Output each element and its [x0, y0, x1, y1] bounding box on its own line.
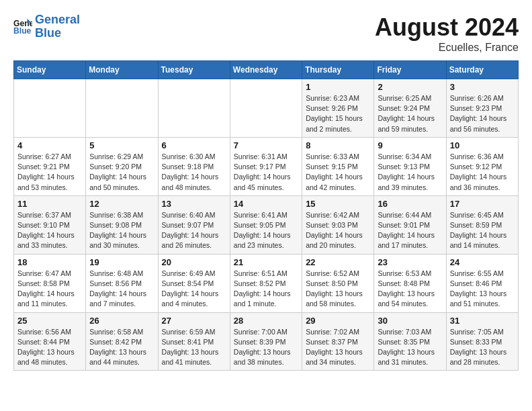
day-cell: 15Sunrise: 6:42 AMSunset: 9:03 PMDayligh… [302, 195, 374, 254]
day-cell: 24Sunrise: 6:55 AMSunset: 8:46 PMDayligh… [446, 254, 518, 312]
header-saturday: Saturday [446, 61, 518, 79]
day-cell: 3Sunrise: 6:26 AMSunset: 9:23 PMDaylight… [446, 79, 518, 138]
day-cell: 12Sunrise: 6:38 AMSunset: 9:08 PMDayligh… [86, 195, 158, 254]
header-tuesday: Tuesday [158, 61, 230, 79]
day-number: 31 [450, 316, 515, 326]
day-detail: Sunrise: 6:59 AMSunset: 8:41 PMDaylight:… [162, 327, 226, 368]
day-number: 9 [378, 140, 442, 150]
day-number: 23 [378, 257, 442, 267]
day-cell: 4Sunrise: 6:27 AMSunset: 9:21 PMDaylight… [14, 137, 86, 195]
week-row-4: 18Sunrise: 6:47 AMSunset: 8:58 PMDayligh… [14, 254, 519, 312]
day-number: 28 [234, 316, 298, 326]
calendar-header-row: SundayMondayTuesdayWednesdayThursdayFrid… [14, 61, 519, 79]
header-monday: Monday [86, 61, 158, 79]
day-cell: 8Sunrise: 6:33 AMSunset: 9:15 PMDaylight… [302, 137, 374, 195]
day-number: 15 [306, 199, 370, 209]
day-cell: 5Sunrise: 6:29 AMSunset: 9:20 PMDaylight… [86, 137, 158, 195]
day-cell: 29Sunrise: 7:02 AMSunset: 8:37 PMDayligh… [302, 312, 374, 371]
header-sunday: Sunday [14, 61, 86, 79]
day-number: 3 [450, 82, 515, 92]
page-header: General Blue GeneralBlue August 2024 Ecu… [13, 13, 519, 54]
day-detail: Sunrise: 6:58 AMSunset: 8:42 PMDaylight:… [89, 327, 154, 368]
day-detail: Sunrise: 6:45 AMSunset: 8:59 PMDaylight:… [450, 210, 515, 251]
day-cell [158, 79, 230, 138]
day-detail: Sunrise: 6:40 AMSunset: 9:07 PMDaylight:… [162, 210, 226, 251]
day-cell: 17Sunrise: 6:45 AMSunset: 8:59 PMDayligh… [446, 195, 518, 254]
page-subtitle: Ecuelles, France [375, 42, 519, 54]
day-detail: Sunrise: 6:38 AMSunset: 9:08 PMDaylight:… [89, 210, 154, 251]
day-detail: Sunrise: 6:48 AMSunset: 8:56 PMDaylight:… [89, 269, 154, 310]
day-number: 11 [17, 199, 82, 209]
day-detail: Sunrise: 7:00 AMSunset: 8:39 PMDaylight:… [234, 327, 298, 368]
day-cell: 16Sunrise: 6:44 AMSunset: 9:01 PMDayligh… [374, 195, 446, 254]
title-block: August 2024 Ecuelles, France [375, 13, 519, 54]
day-detail: Sunrise: 6:29 AMSunset: 9:20 PMDaylight:… [89, 152, 154, 193]
day-detail: Sunrise: 6:56 AMSunset: 8:44 PMDaylight:… [17, 327, 82, 368]
day-cell: 27Sunrise: 6:59 AMSunset: 8:41 PMDayligh… [158, 312, 230, 371]
day-number: 1 [306, 82, 370, 92]
day-number: 18 [17, 257, 82, 267]
header-thursday: Thursday [302, 61, 374, 79]
day-number: 24 [450, 257, 515, 267]
day-number: 21 [234, 257, 298, 267]
day-cell: 13Sunrise: 6:40 AMSunset: 9:07 PMDayligh… [158, 195, 230, 254]
day-detail: Sunrise: 6:42 AMSunset: 9:03 PMDaylight:… [306, 210, 370, 251]
day-detail: Sunrise: 6:27 AMSunset: 9:21 PMDaylight:… [17, 152, 82, 193]
day-cell: 30Sunrise: 7:03 AMSunset: 8:35 PMDayligh… [374, 312, 446, 371]
logo-icon: General Blue [13, 17, 32, 36]
day-detail: Sunrise: 6:34 AMSunset: 9:13 PMDaylight:… [378, 152, 442, 193]
day-detail: Sunrise: 6:44 AMSunset: 9:01 PMDaylight:… [378, 210, 442, 251]
day-number: 16 [378, 199, 442, 209]
day-cell: 11Sunrise: 6:37 AMSunset: 9:10 PMDayligh… [14, 195, 86, 254]
logo: General Blue GeneralBlue [13, 13, 80, 40]
week-row-2: 4Sunrise: 6:27 AMSunset: 9:21 PMDaylight… [14, 137, 519, 195]
header-friday: Friday [374, 61, 446, 79]
day-number: 20 [162, 257, 226, 267]
day-detail: Sunrise: 6:49 AMSunset: 8:54 PMDaylight:… [162, 269, 226, 310]
day-detail: Sunrise: 6:36 AMSunset: 9:12 PMDaylight:… [450, 152, 515, 193]
day-cell: 18Sunrise: 6:47 AMSunset: 8:58 PMDayligh… [14, 254, 86, 312]
day-number: 14 [234, 199, 298, 209]
day-detail: Sunrise: 6:47 AMSunset: 8:58 PMDaylight:… [17, 269, 82, 310]
day-detail: Sunrise: 6:25 AMSunset: 9:24 PMDaylight:… [378, 93, 442, 134]
day-number: 6 [162, 140, 226, 150]
day-cell: 1Sunrise: 6:23 AMSunset: 9:26 PMDaylight… [302, 79, 374, 138]
day-detail: Sunrise: 7:05 AMSunset: 8:33 PMDaylight:… [450, 327, 515, 368]
day-number: 29 [306, 316, 370, 326]
day-cell: 21Sunrise: 6:51 AMSunset: 8:52 PMDayligh… [230, 254, 302, 312]
week-row-5: 25Sunrise: 6:56 AMSunset: 8:44 PMDayligh… [14, 312, 519, 371]
day-number: 27 [162, 316, 226, 326]
day-number: 4 [17, 140, 82, 150]
day-number: 5 [89, 140, 154, 150]
header-wednesday: Wednesday [230, 61, 302, 79]
day-number: 2 [378, 82, 442, 92]
day-detail: Sunrise: 6:23 AMSunset: 9:26 PMDaylight:… [306, 93, 370, 134]
day-detail: Sunrise: 7:02 AMSunset: 8:37 PMDaylight:… [306, 327, 370, 368]
day-cell: 9Sunrise: 6:34 AMSunset: 9:13 PMDaylight… [374, 137, 446, 195]
day-cell [86, 79, 158, 138]
day-detail: Sunrise: 6:52 AMSunset: 8:50 PMDaylight:… [306, 269, 370, 310]
day-detail: Sunrise: 7:03 AMSunset: 8:35 PMDaylight:… [378, 327, 442, 368]
day-detail: Sunrise: 6:33 AMSunset: 9:15 PMDaylight:… [306, 152, 370, 193]
day-number: 8 [306, 140, 370, 150]
day-detail: Sunrise: 6:30 AMSunset: 9:18 PMDaylight:… [162, 152, 226, 193]
day-cell: 31Sunrise: 7:05 AMSunset: 8:33 PMDayligh… [446, 312, 518, 371]
day-number: 12 [89, 199, 154, 209]
day-cell: 28Sunrise: 7:00 AMSunset: 8:39 PMDayligh… [230, 312, 302, 371]
day-detail: Sunrise: 6:51 AMSunset: 8:52 PMDaylight:… [234, 269, 298, 310]
day-cell: 6Sunrise: 6:30 AMSunset: 9:18 PMDaylight… [158, 137, 230, 195]
day-number: 25 [17, 316, 82, 326]
day-cell: 10Sunrise: 6:36 AMSunset: 9:12 PMDayligh… [446, 137, 518, 195]
day-cell: 26Sunrise: 6:58 AMSunset: 8:42 PMDayligh… [86, 312, 158, 371]
day-number: 26 [89, 316, 154, 326]
day-cell: 22Sunrise: 6:52 AMSunset: 8:50 PMDayligh… [302, 254, 374, 312]
day-number: 10 [450, 140, 515, 150]
day-number: 30 [378, 316, 442, 326]
day-detail: Sunrise: 6:26 AMSunset: 9:23 PMDaylight:… [450, 93, 515, 134]
day-cell: 19Sunrise: 6:48 AMSunset: 8:56 PMDayligh… [86, 254, 158, 312]
page-title: August 2024 [375, 13, 519, 42]
day-cell: 25Sunrise: 6:56 AMSunset: 8:44 PMDayligh… [14, 312, 86, 371]
day-cell: 7Sunrise: 6:31 AMSunset: 9:17 PMDaylight… [230, 137, 302, 195]
day-cell: 14Sunrise: 6:41 AMSunset: 9:05 PMDayligh… [230, 195, 302, 254]
week-row-1: 1Sunrise: 6:23 AMSunset: 9:26 PMDaylight… [14, 79, 519, 138]
